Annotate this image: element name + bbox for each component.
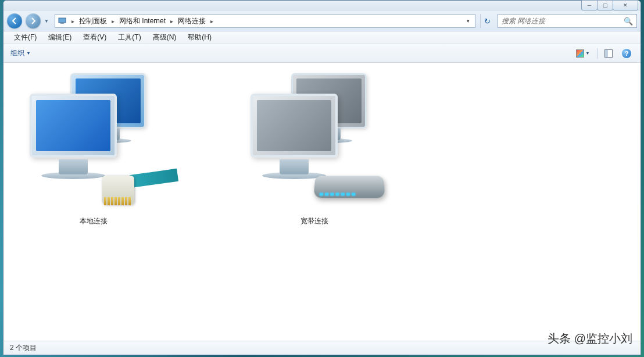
ethernet-connection-icon: [18, 67, 169, 207]
content-area[interactable]: 本地连接 宽带连接: [4, 63, 640, 340]
broadband-connection-icon: [239, 67, 390, 207]
search-input[interactable]: [502, 17, 624, 25]
status-text: 2 个项目: [10, 343, 37, 353]
location-icon: [58, 16, 67, 26]
forward-button[interactable]: [26, 13, 41, 28]
item-label: 宽带连接: [233, 216, 396, 226]
svg-rect-0: [59, 18, 66, 23]
view-options-button[interactable]: ▼: [574, 48, 592, 59]
search-icon[interactable]: 🔍: [624, 17, 633, 26]
connection-item-local[interactable]: 本地连接: [12, 67, 175, 226]
menu-view[interactable]: 查看(V): [77, 31, 112, 44]
chevron-right-icon[interactable]: ▸: [70, 18, 76, 24]
search-box[interactable]: 🔍: [498, 14, 637, 28]
help-icon: ?: [622, 49, 631, 58]
menu-advanced[interactable]: 高级(N): [147, 31, 183, 44]
navigation-bar: ▼ ▸ 控制面板 ▸ 网络和 Internet ▸ 网络连接 ▸ ▾ ↻ 🔍: [3, 11, 641, 31]
address-dropdown[interactable]: ▾: [463, 18, 473, 24]
chevron-right-icon[interactable]: ▸: [169, 18, 174, 24]
menu-file[interactable]: 文件(F): [8, 31, 42, 44]
maximize-button[interactable]: ▢: [597, 0, 613, 10]
svg-rect-1: [60, 23, 64, 24]
connection-item-broadband[interactable]: 宽带连接: [233, 67, 396, 226]
pane-icon: [604, 49, 613, 58]
chevron-down-icon: ▼: [585, 51, 590, 56]
menu-tools[interactable]: 工具(T): [112, 31, 146, 44]
menu-bar: 文件(F) 编辑(E) 查看(V) 工具(T) 高级(N) 帮助(H): [3, 31, 641, 44]
item-label: 本地连接: [12, 216, 175, 226]
crumb-control-panel[interactable]: 控制面板: [77, 15, 109, 27]
chevron-right-icon[interactable]: ▸: [209, 18, 214, 24]
crumb-network-connections[interactable]: 网络连接: [176, 15, 208, 27]
menu-help[interactable]: 帮助(H): [182, 31, 217, 44]
close-button[interactable]: ✕: [613, 0, 638, 10]
address-bar[interactable]: ▸ 控制面板 ▸ 网络和 Internet ▸ 网络连接 ▸ ▾: [55, 14, 475, 28]
help-button[interactable]: ?: [620, 48, 634, 59]
crumb-network-internet[interactable]: 网络和 Internet: [117, 15, 168, 27]
status-bar: 2 个项目: [4, 341, 640, 355]
chevron-right-icon[interactable]: ▸: [110, 18, 116, 24]
organize-button[interactable]: 组织▼: [10, 48, 31, 58]
breadcrumb: ▸ 控制面板 ▸ 网络和 Internet ▸ 网络连接 ▸: [70, 15, 463, 27]
minimize-button[interactable]: ─: [581, 0, 598, 10]
view-icon: [576, 49, 584, 58]
chevron-down-icon: ▼: [26, 51, 31, 56]
menu-edit[interactable]: 编辑(E): [42, 31, 77, 44]
back-button[interactable]: [7, 13, 22, 28]
command-bar: 组织▼ ▼ ?: [3, 44, 641, 63]
preview-pane-button[interactable]: [602, 48, 615, 59]
explorer-window: ─ ▢ ✕ ▼ ▸ 控制面板 ▸ 网络和 Internet ▸ 网络连接 ▸: [3, 0, 641, 355]
history-dropdown[interactable]: ▼: [44, 19, 51, 24]
refresh-button[interactable]: ↻: [480, 14, 494, 28]
titlebar[interactable]: ─ ▢ ✕: [3, 1, 641, 11]
